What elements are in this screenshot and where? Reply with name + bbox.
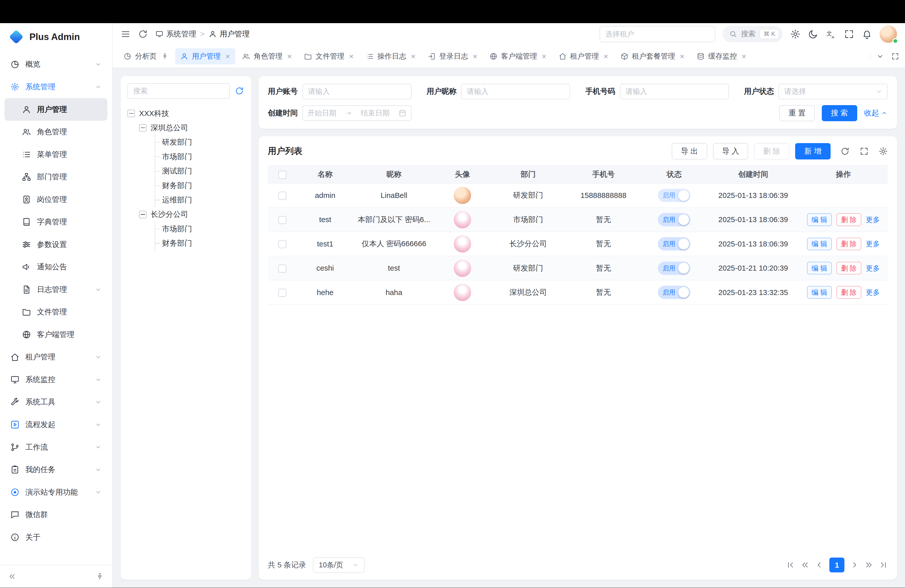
export-button[interactable]: 导 出 bbox=[672, 143, 707, 159]
delete-button[interactable]: 删 除 bbox=[837, 262, 861, 275]
sidebar-item-departments[interactable]: 部门管理 bbox=[5, 166, 107, 188]
delete-button[interactable]: 删 除 bbox=[837, 238, 861, 251]
sidebar-item-parameters[interactable]: 参数设置 bbox=[5, 233, 107, 256]
tree-node-dept-finance-cs[interactable]: 财务部门 bbox=[155, 236, 244, 251]
tree-node-dept-ops[interactable]: 运维部门 bbox=[155, 193, 244, 207]
column-settings-gear-icon[interactable] bbox=[879, 147, 888, 156]
sidebar-item-users[interactable]: 用户管理 bbox=[5, 98, 107, 121]
refresh-icon[interactable] bbox=[138, 29, 148, 39]
sidebar-item-workflow[interactable]: 工作流 bbox=[5, 436, 107, 458]
close-icon[interactable] bbox=[411, 52, 416, 60]
tab-file-management[interactable]: 文件管理 bbox=[299, 48, 359, 64]
sidebar-item-about[interactable]: 关于 bbox=[5, 526, 107, 548]
close-icon[interactable] bbox=[680, 52, 684, 60]
sidebar-item-wechat-group[interactable]: 微信群 bbox=[5, 504, 107, 526]
tab-user-management[interactable]: 用户管理 bbox=[175, 48, 235, 64]
sidebar-item-overview[interactable]: 概览 bbox=[5, 53, 107, 76]
global-search[interactable]: 搜索 ⌘ K bbox=[722, 26, 783, 42]
close-icon[interactable] bbox=[225, 52, 230, 60]
close-icon[interactable] bbox=[473, 52, 477, 60]
sidebar-item-dictionaries[interactable]: 字典管理 bbox=[5, 211, 107, 234]
delete-button[interactable]: 删 除 bbox=[754, 143, 789, 159]
close-icon[interactable] bbox=[542, 52, 546, 60]
sidebar-item-roles[interactable]: 角色管理 bbox=[5, 121, 107, 143]
row-checkbox[interactable] bbox=[278, 192, 286, 200]
select-all-checkbox[interactable] bbox=[278, 171, 286, 179]
user-avatar[interactable] bbox=[880, 25, 897, 43]
next-page-button[interactable] bbox=[850, 561, 859, 569]
edit-button[interactable]: 编 辑 bbox=[807, 262, 832, 275]
tab-login-log[interactable]: 登录日志 bbox=[422, 48, 483, 64]
tabs-menu-chevron-icon[interactable] bbox=[876, 52, 884, 60]
first-page-button[interactable] bbox=[786, 561, 795, 569]
tree-collapse-box[interactable] bbox=[139, 211, 146, 218]
status-toggle[interactable]: 启用 bbox=[658, 213, 690, 226]
sidebar-item-my-tasks[interactable]: 我的任务 bbox=[5, 458, 107, 481]
sidebar-item-demo-features[interactable]: 演示站专用功能 bbox=[5, 481, 107, 504]
current-page-button[interactable]: 1 bbox=[829, 558, 845, 573]
close-icon[interactable] bbox=[287, 52, 292, 60]
edit-button[interactable]: 编 辑 bbox=[807, 238, 832, 251]
fullscreen-icon[interactable] bbox=[844, 29, 854, 39]
close-icon[interactable] bbox=[603, 52, 608, 60]
more-button[interactable]: 更多 bbox=[866, 264, 880, 273]
tab-tenant-management[interactable]: 租户管理 bbox=[553, 48, 613, 64]
status-toggle[interactable]: 启用 bbox=[658, 189, 690, 202]
date-range-picker[interactable]: 开始日期 结束日期 bbox=[302, 105, 411, 121]
tab-cache-monitor[interactable]: 缓存监控 bbox=[691, 48, 751, 64]
sidebar-item-tenants[interactable]: 租户管理 bbox=[5, 346, 107, 369]
import-button[interactable]: 导 入 bbox=[713, 143, 748, 159]
status-toggle[interactable]: 启用 bbox=[658, 286, 690, 299]
tree-collapse-box[interactable] bbox=[127, 110, 135, 117]
account-input[interactable] bbox=[302, 84, 411, 99]
more-button[interactable]: 更多 bbox=[866, 215, 880, 224]
edit-button[interactable]: 编 辑 bbox=[807, 213, 832, 226]
status-select[interactable]: 请选择 bbox=[778, 84, 888, 99]
previous-page-button[interactable] bbox=[815, 561, 824, 569]
fullscreen-icon[interactable] bbox=[859, 147, 869, 156]
sidebar-item-menus[interactable]: 菜单管理 bbox=[5, 143, 107, 166]
delete-button[interactable]: 删 除 bbox=[837, 213, 861, 226]
sidebar-item-tools[interactable]: 系统工具 bbox=[5, 391, 107, 413]
tree-node-company-root[interactable]: XXX科技 bbox=[127, 106, 244, 121]
tab-tenant-package-management[interactable]: 租户套餐管理 bbox=[615, 48, 689, 64]
close-icon[interactable] bbox=[349, 52, 354, 60]
breadcrumb-user-management[interactable]: 用户管理 bbox=[209, 29, 249, 39]
status-toggle[interactable]: 启用 bbox=[658, 262, 690, 275]
pin-icon[interactable] bbox=[96, 572, 104, 580]
collapse-filter-button[interactable]: 收起 bbox=[864, 108, 888, 118]
sidebar-item-posts[interactable]: 岗位管理 bbox=[5, 188, 107, 211]
sidebar-item-logs[interactable]: 日志管理 bbox=[5, 278, 107, 301]
tree-search-input[interactable] bbox=[127, 83, 230, 99]
close-icon[interactable] bbox=[741, 52, 746, 60]
tree-node-changsha-branch[interactable]: 长沙分公司 bbox=[139, 207, 244, 222]
sidebar-item-system-management[interactable]: 系统管理 bbox=[5, 76, 107, 99]
tree-node-dept-rd[interactable]: 研发部门 bbox=[155, 135, 244, 149]
collapse-sidebar-icon[interactable] bbox=[8, 572, 16, 580]
page-size-select[interactable]: 10条/页 bbox=[313, 557, 365, 573]
sidebar-item-notices[interactable]: 通知公告 bbox=[5, 256, 107, 278]
status-toggle[interactable]: 启用 bbox=[658, 237, 690, 251]
tab-client-management[interactable]: 客户端管理 bbox=[484, 48, 551, 64]
breadcrumb-system-management[interactable]: 系统管理 bbox=[156, 29, 196, 39]
row-checkbox[interactable] bbox=[278, 240, 286, 248]
more-button[interactable]: 更多 bbox=[866, 239, 880, 248]
tab-operation-log[interactable]: 操作日志 bbox=[361, 48, 421, 64]
row-checkbox[interactable] bbox=[278, 216, 286, 224]
language-icon[interactable] bbox=[826, 29, 837, 39]
tree-collapse-box[interactable] bbox=[139, 124, 146, 132]
jump-back-button[interactable] bbox=[801, 561, 809, 569]
sidebar-item-process-start[interactable]: 流程发起 bbox=[5, 413, 107, 436]
tree-node-dept-marketing-cs[interactable]: 市场部门 bbox=[155, 222, 244, 236]
delete-button[interactable]: 删 除 bbox=[837, 286, 861, 299]
tenant-select-input[interactable] bbox=[600, 26, 715, 42]
jump-forward-button[interactable] bbox=[865, 561, 873, 569]
row-checkbox[interactable] bbox=[278, 265, 286, 273]
edit-button[interactable]: 编 辑 bbox=[807, 286, 832, 299]
sidebar-item-monitor[interactable]: 系统监控 bbox=[5, 369, 107, 391]
nickname-input[interactable] bbox=[461, 84, 570, 99]
sidebar-item-files[interactable]: 文件管理 bbox=[5, 301, 107, 323]
notification-bell-icon[interactable] bbox=[862, 29, 872, 39]
sidebar-item-clients[interactable]: 客户端管理 bbox=[5, 323, 107, 346]
tree-refresh-icon[interactable] bbox=[235, 86, 244, 95]
